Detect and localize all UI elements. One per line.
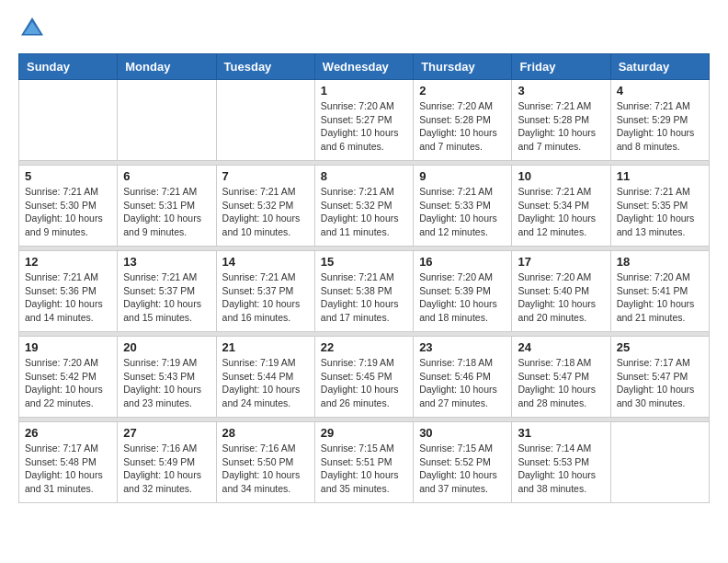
day-detail: Sunrise: 7:15 AM Sunset: 5:51 PM Dayligh… — [321, 442, 407, 496]
day-detail: Sunrise: 7:21 AM Sunset: 5:37 PM Dayligh… — [222, 270, 309, 325]
day-number: 6 — [123, 169, 210, 183]
day-number: 15 — [321, 255, 407, 269]
week-row-2: 12Sunrise: 7:21 AM Sunset: 5:36 PM Dayli… — [19, 251, 710, 332]
calendar-cell: 26Sunrise: 7:17 AM Sunset: 5:48 PM Dayli… — [19, 422, 118, 503]
day-detail: Sunrise: 7:21 AM Sunset: 5:32 PM Dayligh… — [321, 185, 407, 239]
logo-icon — [18, 15, 46, 42]
calendar-cell: 21Sunrise: 7:19 AM Sunset: 5:44 PM Dayli… — [216, 337, 314, 418]
day-detail: Sunrise: 7:21 AM Sunset: 5:33 PM Dayligh… — [419, 185, 506, 239]
day-number: 18 — [617, 255, 703, 269]
day-detail: Sunrise: 7:21 AM Sunset: 5:36 PM Dayligh… — [25, 270, 111, 325]
day-number: 12 — [25, 255, 111, 269]
day-number: 21 — [222, 340, 309, 354]
day-number: 4 — [617, 84, 703, 98]
day-header-saturday: Saturday — [610, 54, 709, 80]
calendar-cell: 28Sunrise: 7:16 AM Sunset: 5:50 PM Dayli… — [216, 422, 314, 503]
day-detail: Sunrise: 7:19 AM Sunset: 5:44 PM Dayligh… — [222, 356, 309, 410]
calendar-cell: 23Sunrise: 7:18 AM Sunset: 5:46 PM Dayli… — [414, 337, 512, 418]
week-row-1: 5Sunrise: 7:21 AM Sunset: 5:30 PM Daylig… — [19, 166, 710, 247]
calendar-cell: 13Sunrise: 7:21 AM Sunset: 5:37 PM Dayli… — [118, 251, 216, 332]
day-detail: Sunrise: 7:21 AM Sunset: 5:29 PM Dayligh… — [617, 99, 703, 154]
calendar-cell: 22Sunrise: 7:19 AM Sunset: 5:45 PM Dayli… — [314, 337, 413, 418]
day-number: 8 — [321, 169, 407, 183]
day-header-monday: Monday — [118, 54, 216, 80]
day-number: 29 — [321, 426, 407, 440]
day-number: 25 — [617, 340, 703, 354]
calendar-cell — [19, 80, 118, 161]
day-detail: Sunrise: 7:16 AM Sunset: 5:49 PM Dayligh… — [123, 442, 210, 496]
day-number: 1 — [321, 84, 407, 98]
day-detail: Sunrise: 7:18 AM Sunset: 5:47 PM Dayligh… — [518, 356, 604, 410]
day-number: 28 — [222, 426, 309, 440]
day-detail: Sunrise: 7:20 AM Sunset: 5:27 PM Dayligh… — [321, 99, 407, 154]
calendar-cell — [118, 80, 216, 161]
calendar-cell: 4Sunrise: 7:21 AM Sunset: 5:29 PM Daylig… — [610, 80, 709, 161]
day-detail: Sunrise: 7:20 AM Sunset: 5:40 PM Dayligh… — [518, 270, 604, 325]
day-number: 17 — [518, 255, 604, 269]
day-number: 22 — [321, 340, 407, 354]
day-header-thursday: Thursday — [414, 54, 512, 80]
day-number: 7 — [222, 169, 309, 183]
calendar-cell: 11Sunrise: 7:21 AM Sunset: 5:35 PM Dayli… — [610, 166, 709, 247]
calendar-cell — [216, 80, 314, 161]
calendar-cell: 17Sunrise: 7:20 AM Sunset: 5:40 PM Dayli… — [512, 251, 610, 332]
day-number: 5 — [25, 169, 111, 183]
day-detail: Sunrise: 7:16 AM Sunset: 5:50 PM Dayligh… — [222, 442, 309, 496]
calendar-cell: 27Sunrise: 7:16 AM Sunset: 5:49 PM Dayli… — [118, 422, 216, 503]
calendar-cell: 30Sunrise: 7:15 AM Sunset: 5:52 PM Dayli… — [414, 422, 512, 503]
header — [18, 15, 710, 42]
calendar-cell: 24Sunrise: 7:18 AM Sunset: 5:47 PM Dayli… — [512, 337, 610, 418]
calendar-cell — [610, 422, 709, 503]
calendar-cell: 9Sunrise: 7:21 AM Sunset: 5:33 PM Daylig… — [414, 166, 512, 247]
day-number: 19 — [25, 340, 111, 354]
day-number: 3 — [518, 84, 604, 98]
day-number: 10 — [518, 169, 604, 183]
calendar-header-row: SundayMondayTuesdayWednesdayThursdayFrid… — [19, 54, 710, 80]
week-row-4: 26Sunrise: 7:17 AM Sunset: 5:48 PM Dayli… — [19, 422, 710, 503]
day-detail: Sunrise: 7:21 AM Sunset: 5:35 PM Dayligh… — [617, 185, 703, 239]
day-detail: Sunrise: 7:20 AM Sunset: 5:28 PM Dayligh… — [419, 99, 506, 154]
day-header-wednesday: Wednesday — [314, 54, 413, 80]
day-detail: Sunrise: 7:15 AM Sunset: 5:52 PM Dayligh… — [419, 442, 506, 496]
calendar-cell: 12Sunrise: 7:21 AM Sunset: 5:36 PM Dayli… — [19, 251, 118, 332]
day-number: 30 — [419, 426, 506, 440]
day-header-friday: Friday — [512, 54, 610, 80]
week-row-0: 1Sunrise: 7:20 AM Sunset: 5:27 PM Daylig… — [19, 80, 710, 161]
calendar-cell: 7Sunrise: 7:21 AM Sunset: 5:32 PM Daylig… — [216, 166, 314, 247]
day-number: 20 — [123, 340, 210, 354]
day-detail: Sunrise: 7:21 AM Sunset: 5:37 PM Dayligh… — [123, 270, 210, 325]
calendar-cell: 25Sunrise: 7:17 AM Sunset: 5:47 PM Dayli… — [610, 337, 709, 418]
calendar-cell: 8Sunrise: 7:21 AM Sunset: 5:32 PM Daylig… — [314, 166, 413, 247]
day-detail: Sunrise: 7:19 AM Sunset: 5:45 PM Dayligh… — [321, 356, 407, 410]
logo — [18, 15, 50, 42]
calendar-cell: 29Sunrise: 7:15 AM Sunset: 5:51 PM Dayli… — [314, 422, 413, 503]
day-detail: Sunrise: 7:21 AM Sunset: 5:31 PM Dayligh… — [123, 185, 210, 239]
calendar-cell: 18Sunrise: 7:20 AM Sunset: 5:41 PM Dayli… — [610, 251, 709, 332]
day-detail: Sunrise: 7:21 AM Sunset: 5:38 PM Dayligh… — [321, 270, 407, 325]
day-number: 26 — [25, 426, 111, 440]
calendar-cell: 10Sunrise: 7:21 AM Sunset: 5:34 PM Dayli… — [512, 166, 610, 247]
day-number: 2 — [419, 84, 506, 98]
day-detail: Sunrise: 7:18 AM Sunset: 5:46 PM Dayligh… — [419, 356, 506, 410]
calendar-cell: 1Sunrise: 7:20 AM Sunset: 5:27 PM Daylig… — [314, 80, 413, 161]
day-detail: Sunrise: 7:20 AM Sunset: 5:41 PM Dayligh… — [617, 270, 703, 325]
day-detail: Sunrise: 7:21 AM Sunset: 5:30 PM Dayligh… — [25, 185, 111, 239]
page: SundayMondayTuesdayWednesdayThursdayFrid… — [0, 0, 728, 563]
calendar-cell: 6Sunrise: 7:21 AM Sunset: 5:31 PM Daylig… — [118, 166, 216, 247]
day-number: 9 — [419, 169, 506, 183]
day-number: 14 — [222, 255, 309, 269]
calendar-cell: 20Sunrise: 7:19 AM Sunset: 5:43 PM Dayli… — [118, 337, 216, 418]
day-detail: Sunrise: 7:21 AM Sunset: 5:32 PM Dayligh… — [222, 185, 309, 239]
day-header-sunday: Sunday — [19, 54, 118, 80]
day-number: 27 — [123, 426, 210, 440]
day-number: 13 — [123, 255, 210, 269]
calendar-cell: 31Sunrise: 7:14 AM Sunset: 5:53 PM Dayli… — [512, 422, 610, 503]
day-detail: Sunrise: 7:20 AM Sunset: 5:42 PM Dayligh… — [25, 356, 111, 410]
day-header-tuesday: Tuesday — [216, 54, 314, 80]
calendar-cell: 3Sunrise: 7:21 AM Sunset: 5:28 PM Daylig… — [512, 80, 610, 161]
calendar-cell: 2Sunrise: 7:20 AM Sunset: 5:28 PM Daylig… — [414, 80, 512, 161]
day-number: 11 — [617, 169, 703, 183]
day-number: 31 — [518, 426, 604, 440]
calendar-cell: 15Sunrise: 7:21 AM Sunset: 5:38 PM Dayli… — [314, 251, 413, 332]
day-number: 16 — [419, 255, 506, 269]
